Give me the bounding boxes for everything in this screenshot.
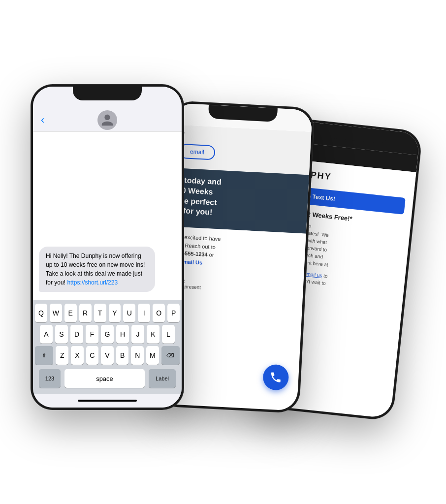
nav-bar: ‹	[33, 108, 182, 132]
back-email-link[interactable]: email us	[304, 271, 322, 278]
sms-bubble: Hi Nelly! The Dunphy is now offering up …	[39, 247, 155, 292]
key-p[interactable]: P	[167, 304, 180, 322]
phone-icon	[269, 371, 283, 384]
sms-message-area: Hi Nelly! The Dunphy is now offering up …	[33, 132, 182, 300]
key-123-label: 123	[45, 376, 54, 381]
key-s[interactable]: S	[55, 325, 68, 344]
key-q[interactable]: Q	[35, 304, 47, 322]
key-n[interactable]: N	[131, 346, 144, 365]
email-dark-section: e today and10 Weeksthe perfectg for you!	[167, 168, 309, 234]
email-promo-heading: e today and10 Weeksthe perfectg for you!	[176, 175, 301, 222]
key-label-text: Label	[156, 376, 169, 381]
phone-front: ‹ Hi Nelly! The Dunphy is now offering u…	[31, 85, 184, 410]
key-m[interactable]: M	[146, 346, 159, 365]
key-space-label: space	[96, 375, 113, 382]
key-r[interactable]: R	[79, 304, 92, 322]
key-e[interactable]: E	[64, 304, 77, 322]
email-body-para: y is excited to haveent! Reach out to 60…	[173, 233, 298, 272]
text-us-label: o Text Us!	[307, 192, 335, 202]
key-w[interactable]: W	[50, 304, 62, 322]
email-button[interactable]: email	[179, 144, 215, 160]
key-i[interactable]: I	[138, 304, 150, 322]
phone-fab[interactable]	[262, 364, 289, 391]
key-b[interactable]: B	[116, 346, 129, 365]
keyboard-row-1: Q W E R T Y U I O P	[35, 304, 180, 322]
back-icon[interactable]: ‹	[41, 114, 44, 126]
key-h[interactable]: H	[116, 325, 129, 344]
keyboard-row-3: ⇧ Z X C V B N M ⌫	[35, 346, 180, 365]
key-label[interactable]: Label	[149, 369, 176, 388]
avatar	[97, 110, 117, 130]
notch	[73, 87, 142, 100]
home-bar	[78, 400, 137, 402]
phones-container: ‹ Hi Nelly! The Dunphy is now offering u…	[11, 16, 435, 488]
key-space[interactable]: space	[64, 369, 145, 388]
key-z[interactable]: Z	[56, 346, 68, 365]
key-d[interactable]: D	[70, 325, 83, 344]
key-x[interactable]: X	[71, 346, 84, 365]
key-t[interactable]: T	[94, 304, 106, 322]
key-l[interactable]: L	[162, 325, 175, 344]
key-f[interactable]: F	[86, 325, 98, 344]
key-k[interactable]: K	[147, 325, 159, 344]
key-o[interactable]: O	[153, 304, 165, 322]
email-body-section: y is excited to haveent! Reach out to 60…	[165, 226, 306, 282]
keyboard-bottom-row: 123 space Label	[35, 367, 180, 392]
keyboard: Q W E R T Y U I O P A S D F G H	[33, 300, 182, 394]
home-indicator	[33, 394, 182, 408]
key-j[interactable]: J	[131, 325, 144, 344]
keyboard-row-2: A S D F G H J K L	[35, 325, 180, 344]
key-delete[interactable]: ⌫	[161, 346, 180, 365]
key-g[interactable]: G	[101, 325, 114, 344]
dunphy-logo-text: PHY	[310, 169, 332, 182]
email-title: Y	[180, 131, 303, 145]
key-shift[interactable]: ⇧	[35, 346, 53, 365]
key-123[interactable]: 123	[39, 369, 61, 388]
key-a[interactable]: A	[40, 325, 53, 344]
key-v[interactable]: V	[101, 346, 114, 365]
email-header-section: Y email	[170, 125, 311, 175]
key-y[interactable]: Y	[109, 304, 121, 322]
key-c[interactable]: C	[86, 346, 99, 365]
person-icon	[100, 113, 114, 127]
sms-link[interactable]: https://short.url/223	[67, 279, 118, 286]
key-u[interactable]: U	[123, 304, 135, 322]
